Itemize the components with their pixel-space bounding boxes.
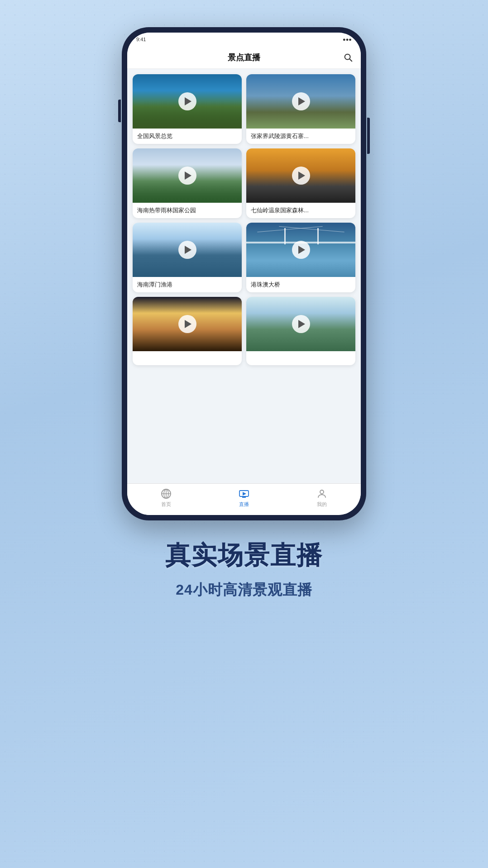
play-icon-5 <box>185 246 191 254</box>
video-grid-container[interactable]: 全国风景总览 张家界武陵源黄石寨... <box>127 69 361 483</box>
play-button-5[interactable] <box>178 241 196 259</box>
search-button[interactable] <box>343 52 354 63</box>
video-label-1: 全国风景总览 <box>133 129 242 144</box>
video-thumb-1 <box>133 74 242 129</box>
tab-bar: 首页 直播 <box>127 483 361 515</box>
play-button-8[interactable] <box>292 315 310 333</box>
tab-live[interactable]: 直播 <box>238 488 250 508</box>
video-card-2[interactable]: 张家界武陵源黄石寨... <box>246 74 355 144</box>
play-icon-3 <box>185 172 191 180</box>
home-tab-icon <box>160 488 172 500</box>
play-button-4[interactable] <box>292 167 310 185</box>
video-card-4[interactable]: 七仙岭温泉国家森林... <box>246 148 355 218</box>
video-grid: 全国风景总览 张家界武陵源黄石寨... <box>133 74 355 365</box>
header: 景点直播 <box>127 46 361 69</box>
sub-slogan: 24小时高清景观直播 <box>176 580 312 600</box>
video-label-8 <box>246 351 355 365</box>
video-card-6[interactable]: 港珠澳大桥 <box>246 223 355 292</box>
bottom-section: 真实场景直播 24小时高清景观直播 <box>165 539 323 600</box>
play-button-6[interactable] <box>292 241 310 259</box>
video-card-1[interactable]: 全国风景总览 <box>133 74 242 144</box>
svg-line-1 <box>349 59 352 61</box>
play-button-2[interactable] <box>292 92 310 110</box>
search-icon <box>343 52 353 62</box>
video-thumb-6 <box>246 223 355 277</box>
phone-screen: 9:41 ●●● 景点直播 <box>127 33 361 515</box>
status-time: 9:41 <box>136 37 146 42</box>
video-label-2: 张家界武陵源黄石寨... <box>246 129 355 144</box>
play-icon-8 <box>298 320 305 328</box>
video-label-3: 海南热带雨林国家公园 <box>133 203 242 218</box>
video-label-4: 七仙岭温泉国家森林... <box>246 203 355 218</box>
svg-marker-7 <box>243 492 246 496</box>
video-label-6: 港珠澳大桥 <box>246 277 355 292</box>
play-button-3[interactable] <box>178 167 196 185</box>
video-card-3[interactable]: 海南热带雨林国家公园 <box>133 148 242 218</box>
video-card-5[interactable]: 海南潭门渔港 <box>133 223 242 292</box>
play-icon-6 <box>298 246 305 254</box>
video-thumb-2 <box>246 74 355 129</box>
video-thumb-8 <box>246 297 355 351</box>
play-button-1[interactable] <box>178 92 196 110</box>
video-thumb-3 <box>133 148 242 203</box>
play-button-7[interactable] <box>178 315 196 333</box>
live-tab-icon <box>238 488 250 500</box>
video-thumb-5 <box>133 223 242 277</box>
main-slogan: 真实场景直播 <box>165 539 323 573</box>
tab-home-label: 首页 <box>161 501 171 508</box>
page-title: 景点直播 <box>228 52 260 63</box>
tab-live-label: 直播 <box>239 501 249 508</box>
video-label-7 <box>133 351 242 365</box>
play-icon-1 <box>185 97 191 105</box>
svg-point-9 <box>320 490 324 494</box>
tab-home[interactable]: 首页 <box>160 488 172 508</box>
status-bar: 9:41 ●●● <box>127 33 361 46</box>
video-card-7[interactable] <box>133 297 242 365</box>
video-thumb-4 <box>246 148 355 203</box>
tab-profile-label: 我的 <box>317 501 327 508</box>
play-icon-2 <box>298 97 305 105</box>
video-card-8[interactable] <box>246 297 355 365</box>
profile-tab-icon <box>316 488 328 500</box>
tab-profile[interactable]: 我的 <box>316 488 328 508</box>
play-icon-7 <box>185 320 191 328</box>
video-label-5: 海南潭门渔港 <box>133 277 242 292</box>
play-icon-4 <box>298 172 305 180</box>
video-thumb-7 <box>133 297 242 351</box>
status-icons: ●●● <box>343 37 352 42</box>
phone-mockup: 9:41 ●●● 景点直播 <box>122 27 366 520</box>
